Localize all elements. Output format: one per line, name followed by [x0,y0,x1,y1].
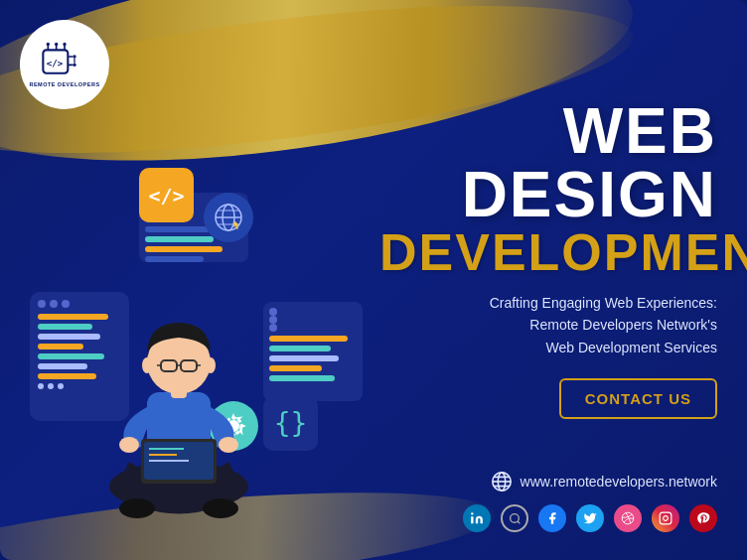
svg-point-9 [73,55,75,58]
svg-line-50 [518,521,520,523]
hero-subtitle: Crafting Engaging Web Experiences: Remot… [379,292,717,358]
svg-point-41 [206,357,216,373]
instagram-icon[interactable] [652,504,679,532]
svg-point-48 [471,512,473,514]
dribbble-icon[interactable] [614,504,642,532]
svg-point-26 [119,437,139,453]
logo-svg: </> [40,42,89,81]
contact-us-button[interactable]: CONTACT US [559,378,717,419]
pinterest-icon[interactable] [689,504,717,532]
linkedin-icon[interactable] [463,504,491,532]
svg-rect-52 [660,512,672,524]
website-url[interactable]: www.remotedevelopers.network [521,474,717,490]
search-icon[interactable] [501,504,528,532]
svg-point-24 [203,498,238,518]
right-content-area: WEB DESIGN DEVELOPMENT Crafting Engaging… [379,99,717,532]
facebook-icon[interactable] [538,504,566,532]
svg-point-49 [510,513,519,522]
code-icon-box: </> [139,168,194,222]
twitter-icon[interactable] [576,504,604,532]
svg-point-23 [119,498,155,518]
title-development: DEVELOPMENT [379,226,717,278]
website-row: www.remotedevelopers.network [379,471,717,492]
svg-point-27 [219,437,238,453]
curly-braces-icon: {} [263,396,318,451]
svg-point-4 [47,43,50,46]
svg-point-10 [73,63,75,66]
logo-text: REMOTE DEVELOPERS [29,81,99,88]
svg-text:</>: </> [47,58,64,69]
svg-point-5 [55,43,58,46]
title-web: WEB DESIGN [379,99,717,226]
logo: </> REMOTE DEVELOPERS [20,20,109,109]
main-container: </> REMOTE DEVELOPERS </> [0,0,747,560]
svg-rect-47 [471,516,473,523]
website-globe-icon [491,471,513,492]
svg-point-6 [63,43,66,46]
globe-icon-box [204,193,253,242]
social-icons-row [379,504,717,532]
floating-card-code-right [263,302,363,401]
illustration-area: </> [10,133,358,550]
developer-figure [89,268,268,530]
svg-point-40 [142,357,152,373]
